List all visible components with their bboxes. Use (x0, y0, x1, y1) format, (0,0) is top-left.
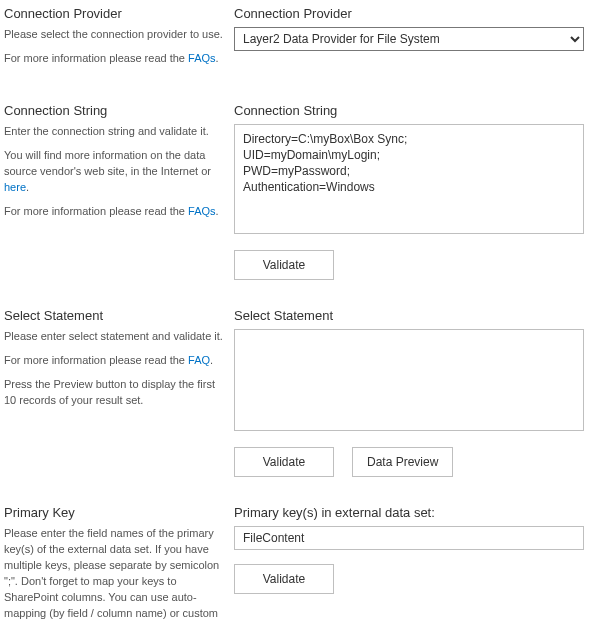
sel-title: Select Statement (4, 308, 224, 323)
provider-faq-line: For more information please read the FAQ… (4, 51, 224, 67)
cs-help: Enter the connection string and validate… (4, 124, 224, 140)
sel-faq-link[interactable]: FAQ (188, 354, 210, 366)
sel-help: Please enter select statement and valida… (4, 329, 224, 345)
cs-validate-button[interactable]: Validate (234, 250, 334, 280)
sel-right-title: Select Statement (234, 308, 596, 323)
cs-right-title: Connection String (234, 103, 596, 118)
provider-right-title: Connection Provider (234, 6, 596, 21)
cs-vendor-pre: You will find more information on the da… (4, 149, 211, 177)
sel-faq-line: For more information please read the FAQ… (4, 353, 224, 369)
pk-title: Primary Key (4, 505, 224, 520)
cs-faq-link[interactable]: FAQs (188, 205, 216, 217)
provider-faq-link[interactable]: FAQs (188, 52, 216, 64)
pk-help: Please enter the field names of the prim… (4, 526, 224, 623)
sel-validate-button[interactable]: Validate (234, 447, 334, 477)
pk-validate-button[interactable]: Validate (234, 564, 334, 594)
provider-faq-pre: For more information please read the (4, 52, 188, 64)
sel-preview-help: Press the Preview button to display the … (4, 377, 224, 409)
data-preview-button[interactable]: Data Preview (352, 447, 453, 477)
select-statement-input[interactable] (234, 329, 584, 431)
cs-title: Connection String (4, 103, 224, 118)
sel-faq-post: . (210, 354, 213, 366)
cs-vendor-post: . (26, 181, 29, 193)
pk-right-title: Primary key(s) in external data set: (234, 505, 596, 520)
cs-vendor-help: You will find more information on the da… (4, 148, 224, 196)
primary-key-input[interactable] (234, 526, 584, 550)
provider-select[interactable]: Layer2 Data Provider for File System (234, 27, 584, 51)
sel-faq-pre: For more information please read the (4, 354, 188, 366)
cs-faq-line: For more information please read the FAQ… (4, 204, 224, 220)
provider-faq-post: . (216, 52, 219, 64)
cs-faq-pre: For more information please read the (4, 205, 188, 217)
connection-string-input[interactable] (234, 124, 584, 234)
cs-faq-post: . (216, 205, 219, 217)
cs-vendor-link[interactable]: here (4, 181, 26, 193)
provider-title: Connection Provider (4, 6, 224, 21)
provider-help: Please select the connection provider to… (4, 27, 224, 43)
